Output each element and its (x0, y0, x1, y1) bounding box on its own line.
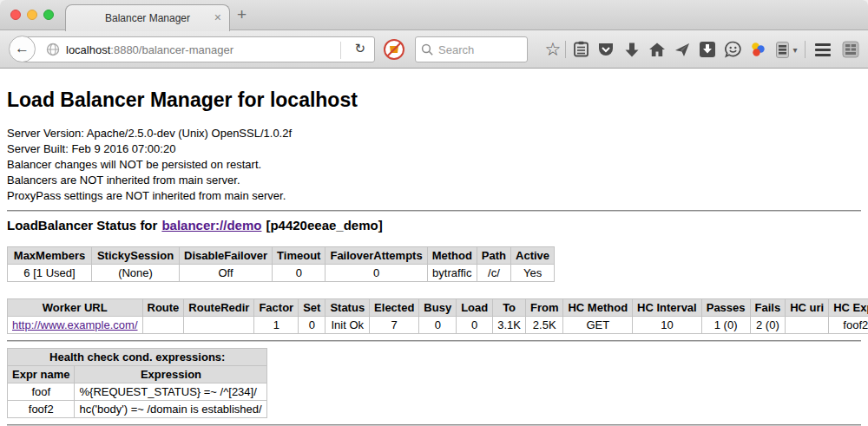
window-minimize-button[interactable] (27, 10, 37, 20)
home-icon[interactable] (647, 38, 667, 61)
tab-title: Balancer Manager (105, 12, 190, 24)
col-stickysession: StickySession (92, 247, 180, 265)
col-method: Method (427, 247, 477, 265)
cell-load: 0 (457, 317, 493, 334)
col-active: Active (511, 247, 555, 265)
tab-tiles-icon[interactable] (840, 38, 861, 61)
cell-timeout: 0 (273, 265, 326, 282)
globe-icon (46, 43, 60, 56)
tab-close-icon[interactable]: × (214, 11, 221, 23)
col-expression: Expression (75, 366, 267, 383)
overflow-caret-icon[interactable]: ▾ (789, 38, 801, 61)
server-built-line: Server Built: Feb 9 2016 07:00:20 (7, 141, 861, 157)
download-square-icon[interactable] (697, 38, 718, 61)
menu-icon[interactable] (812, 38, 833, 61)
window-zoom-button[interactable] (43, 10, 54, 20)
worker-table: Worker URL Route RouteRedir Factor Set S… (7, 298, 868, 334)
col-timeout: Timeout (273, 247, 326, 265)
balancer-settings-table: MaxMembers StickySession DisableFailover… (7, 246, 555, 282)
cell-fails: 2 (0) (750, 317, 786, 334)
table-header-row: MaxMembers StickySession DisableFailover… (8, 247, 555, 265)
back-button[interactable]: ← (9, 36, 36, 62)
col-to: To (493, 299, 526, 317)
cell-path: /c/ (477, 265, 510, 282)
col-hc-interval: HC Interval (633, 299, 702, 317)
cell-busy: 0 (419, 317, 457, 334)
cell-route (142, 317, 184, 334)
cell-hc-expr: foof2 (829, 317, 868, 334)
health-check-table: Health check cond. expressions: Expr nam… (7, 348, 267, 418)
cell-method: bytraffic (427, 265, 477, 282)
search-input[interactable] (438, 43, 516, 56)
window-close-button[interactable] (10, 10, 21, 20)
cell-elected: 7 (370, 317, 419, 334)
reading-list-icon[interactable] (570, 38, 591, 61)
table-row: foof %{REQUEST_STATUS} =~ /^[234]/ (8, 383, 267, 401)
cell-stickysession: (None) (92, 265, 180, 282)
cell-expression: hc('body') =~ /domain is established/ (75, 401, 267, 418)
toolbar-divider (565, 41, 566, 58)
col-failoverattempts: FailoverAttempts (326, 247, 427, 265)
search-bar[interactable] (415, 36, 528, 62)
table-title-row: Health check cond. expressions: (8, 349, 267, 366)
col-hc-uri: HC uri (786, 299, 829, 317)
col-disablefailover: DisableFailover (180, 247, 273, 265)
browser-window: Balancer Manager × + ← localhost:8880/ba… (0, 0, 868, 426)
new-tab-button[interactable]: + (237, 5, 247, 24)
horizontal-rule (7, 340, 861, 342)
downloads-icon[interactable] (621, 38, 642, 61)
horizontal-rule (7, 210, 861, 212)
send-icon[interactable] (672, 38, 693, 61)
col-passes: Passes (701, 299, 750, 317)
search-icon (421, 43, 434, 56)
balancer-status-heading: LoadBalancer Status forbalancer://demo[p… (7, 218, 861, 233)
col-set: Set (299, 299, 326, 317)
cell-active: Yes (511, 265, 555, 282)
chat-smiley-icon[interactable] (722, 38, 743, 61)
cell-status: Init Ok (326, 317, 370, 334)
pocket-icon[interactable] (595, 38, 616, 61)
cell-set: 0 (299, 317, 326, 334)
col-path: Path (477, 247, 510, 265)
colors-icon[interactable] (747, 38, 768, 61)
cell-hc-uri (786, 317, 829, 334)
cell-hc-method: GET (563, 317, 633, 334)
col-fails: Fails (750, 299, 786, 317)
cell-from: 2.5K (525, 317, 563, 334)
table-row: foof2 hc('body') =~ /domain is establish… (8, 401, 267, 418)
col-worker-url: Worker URL (8, 299, 143, 317)
col-route: Route (142, 299, 184, 317)
table-header-row: Expr name Expression (8, 366, 267, 383)
cell-maxmembers: 6 [1 Used] (8, 265, 92, 282)
content-blocked-icon[interactable] (383, 38, 405, 64)
inherit-notice-line: Balancers are NOT inherited from main se… (7, 173, 861, 188)
navigation-toolbar: ← localhost:8880/balancer-manager ↻ (0, 30, 868, 69)
reload-button[interactable]: ↻ (354, 41, 365, 56)
cell-expr-name: foof (8, 383, 75, 401)
cell-factor: 1 (254, 317, 299, 334)
cell-passes: 1 (0) (701, 317, 750, 334)
bookmark-star-icon[interactable]: ☆ (542, 38, 563, 61)
server-version-line: Server Version: Apache/2.5.0-dev (Unix) … (7, 126, 861, 141)
col-expr-name: Expr name (8, 366, 75, 383)
cell-expression: %{REQUEST_STATUS} =~ /^[234]/ (75, 383, 267, 401)
browser-tab[interactable]: Balancer Manager × (65, 4, 230, 31)
cell-hc-interval: 10 (633, 317, 702, 334)
url-host-text: localhost (66, 43, 110, 56)
cell-routeredir (184, 317, 254, 334)
health-table-title: Health check cond. expressions: (8, 349, 267, 366)
col-status: Status (326, 299, 370, 317)
page-title: Load Balancer Manager for localhost (7, 88, 861, 112)
status-heading-suffix: [p4420eeae_demo] (266, 218, 382, 233)
balancer-demo-link[interactable]: balancer://demo (161, 218, 261, 233)
table-row: http://www.example.com/ 1 0 Init Ok 7 0 … (8, 317, 868, 334)
col-elected: Elected (370, 299, 419, 317)
url-bar[interactable]: localhost:8880/balancer-manager ↻ (23, 36, 375, 62)
col-hc-method: HC Method (563, 299, 633, 317)
cell-disablefailover: Off (180, 265, 273, 282)
urlbar-divider (340, 42, 341, 59)
table-row: 6 [1 Used] (None) Off 0 0 bytraffic /c/ … (8, 265, 555, 282)
worker-url-link[interactable]: http://www.example.com/ (12, 318, 138, 331)
col-busy: Busy (419, 299, 457, 317)
status-heading-prefix: LoadBalancer Status for (7, 218, 157, 233)
